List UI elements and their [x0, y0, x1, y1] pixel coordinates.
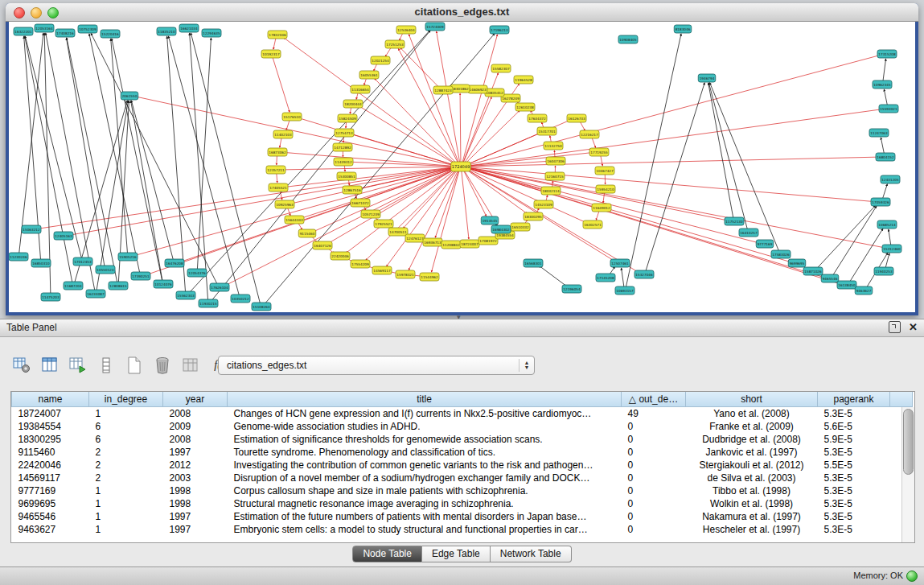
graph-node[interactable]: 11835210 [157, 27, 176, 35]
graph-node[interactable]: 11247063 [869, 129, 889, 137]
cell-in_degree[interactable]: 1 [89, 523, 163, 536]
graph-node[interactable]: 11316654 [351, 85, 370, 93]
graph-edge[interactable] [708, 83, 747, 229]
cell-title[interactable]: Structural magnetic resonance image aver… [228, 497, 622, 510]
graph-node[interactable]: 22420046 [331, 252, 350, 260]
graph-edge[interactable] [168, 36, 239, 295]
graph-node[interactable]: 16126733 [567, 114, 586, 122]
rows-icon[interactable] [96, 355, 117, 376]
table-row[interactable]: 1872400712008Changes of HCN gene express… [12, 407, 913, 421]
cell-short[interactable]: Tibbo et al. (1998) [686, 484, 818, 497]
graph-node[interactable]: 12887423 [433, 86, 453, 94]
import-table-icon[interactable] [68, 355, 88, 376]
cell-name[interactable]: 9699695 [12, 497, 89, 510]
graph-node[interactable]: 1724049 [451, 162, 471, 171]
close-panel-icon[interactable]: ✕ [909, 322, 918, 332]
cell-out_degree[interactable]: 0 [622, 510, 686, 523]
cell-title[interactable]: Tourette syndrome. Phenomenology and cla… [228, 446, 622, 459]
graph-node[interactable]: 16568301 [524, 259, 543, 267]
tab-edge-table[interactable]: Edge Table [422, 546, 491, 562]
cell-pagerank[interactable]: 5.6E-5 [818, 420, 890, 433]
graph-node[interactable]: 16873062 [268, 148, 287, 156]
table-row[interactable]: 969969511998Structural magnetic resonanc… [12, 497, 913, 510]
graph-node[interactable]: 17626104 [210, 283, 229, 291]
graph-edge[interactable] [67, 38, 117, 282]
graph-edge[interactable] [466, 157, 878, 167]
graph-edge[interactable] [884, 89, 887, 105]
graph-node[interactable]: 9115460 [298, 229, 316, 237]
graph-node[interactable]: 15176510 [282, 113, 302, 121]
cell-name[interactable]: 18300295 [12, 433, 89, 446]
table-scrollbar-thumb[interactable] [903, 409, 914, 475]
graph-node[interactable]: 10571239 [361, 210, 380, 218]
graph-node[interactable]: 16302571 [583, 220, 602, 229]
graph-node[interactable]: 10835412 [485, 89, 504, 97]
graph-node[interactable]: 12054376 [187, 269, 207, 277]
cell-out_degree[interactable]: 0 [622, 420, 686, 433]
cell-short[interactable]: Yano et al. (2008) [686, 407, 818, 421]
graph-node[interactable]: 12867516 [343, 186, 362, 194]
graph-node[interactable]: 14606923 [468, 85, 487, 93]
graph-edge[interactable] [167, 36, 186, 292]
cell-short[interactable]: Hescheler et al. (1997) [686, 523, 818, 536]
graph-edge[interactable] [403, 169, 458, 229]
graph-node[interactable]: 17554209 [351, 260, 370, 268]
graph-edge[interactable] [44, 33, 51, 294]
graph-node[interactable]: 17196213 [490, 26, 509, 34]
cell-out_degree[interactable]: 0 [622, 433, 686, 446]
graph-node[interactable]: 17405521 [269, 183, 288, 192]
cell-in_degree[interactable]: 2 [89, 446, 163, 459]
cell-in_degree[interactable]: 2 [89, 459, 163, 472]
cell-in_degree[interactable]: 2 [89, 472, 163, 484]
graph-node[interactable]: 10693157 [615, 286, 634, 295]
graph-edge[interactable] [883, 59, 886, 81]
graph-node[interactable]: 11439312 [334, 158, 353, 166]
graph-node[interactable]: 18300295 [524, 212, 543, 220]
graph-edge[interactable] [89, 34, 140, 273]
column-header-in_degree[interactable]: in_degree [89, 392, 163, 407]
graph-edge[interactable] [299, 118, 457, 166]
graph-node[interactable]: 9699695 [788, 259, 806, 267]
graph-edge[interactable] [19, 33, 43, 253]
cell-title[interactable]: Estimation of the future numbers of pati… [228, 510, 622, 523]
cell-pagerank[interactable]: 5.5E-5 [818, 459, 890, 472]
graph-edge[interactable] [409, 170, 458, 270]
graph-edge[interactable] [226, 168, 457, 286]
graph-node[interactable]: 16510332 [511, 223, 530, 231]
graph-node[interactable]: 10925963 [275, 200, 294, 208]
cell-name[interactable]: 14569117 [12, 472, 89, 484]
graph-edge[interactable] [211, 31, 430, 301]
cell-year[interactable]: 2008 [163, 407, 228, 421]
graph-node[interactable]: 12536404 [396, 26, 416, 34]
cell-short[interactable]: Wolkin et al. (1998) [686, 497, 818, 510]
table-selector-combo[interactable]: citations_edges.txt ▲▼ [218, 356, 535, 375]
graph-edge[interactable] [601, 155, 603, 166]
graph-node[interactable]: 11475203 [41, 293, 60, 301]
graph-node[interactable]: 15108264 [252, 303, 271, 311]
graph-edge[interactable] [466, 167, 791, 262]
graph-edge[interactable] [466, 167, 598, 188]
graph-edge[interactable] [539, 266, 568, 286]
graph-node[interactable]: 16410257 [739, 229, 758, 237]
graph-edge[interactable] [280, 138, 281, 147]
graph-node[interactable]: 15871026 [803, 267, 823, 275]
graph-node[interactable]: 15300851 [337, 172, 356, 180]
graph-edge[interactable] [709, 83, 778, 252]
graph-edge[interactable] [466, 167, 727, 220]
cell-name[interactable]: 22420046 [12, 459, 89, 472]
cell-in_degree[interactable]: 6 [89, 420, 163, 433]
cell-year[interactable]: 2012 [163, 459, 228, 472]
graph-edge[interactable] [889, 229, 891, 245]
graph-node[interactable]: 14712892 [333, 143, 352, 151]
column-header-title[interactable]: title [228, 392, 622, 407]
cell-out_degree[interactable]: 0 [622, 446, 686, 459]
column-header-year[interactable]: year [163, 392, 228, 407]
graph-node[interactable]: 9777169 [756, 240, 774, 248]
graph-node[interactable]: 17832046 [268, 31, 287, 39]
graph-node[interactable]: 12610238 [515, 103, 535, 111]
cell-title[interactable]: Embryonic stem cells: a model to study s… [228, 523, 622, 536]
graph-node[interactable]: 17719255 [589, 148, 609, 156]
graph-node[interactable]: 16621034 [179, 24, 199, 32]
cell-short[interactable]: Stergiakouli et al. (2012) [686, 459, 818, 472]
graph-node[interactable]: 10962345 [873, 80, 892, 89]
